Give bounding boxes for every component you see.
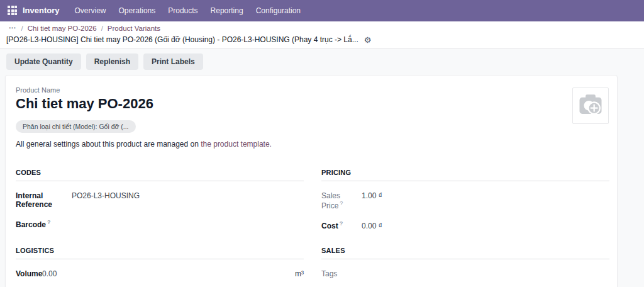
breadcrumb: ⋯ / Chi tiet may PO-2026 / Product Varia… (9, 25, 636, 32)
volume-unit: m³ (295, 269, 304, 278)
control-panel: ⋯ / Chi tiet may PO-2026 / Product Varia… (0, 21, 644, 49)
product-image-upload[interactable] (572, 87, 609, 124)
field-label: Internal Reference (16, 191, 72, 209)
breadcrumb-separator: / (21, 25, 23, 32)
product-template-link[interactable]: the product template. (201, 140, 272, 149)
variant-tag-badge: Phân loại chi tiết (Model): Gối đỡ (... (16, 120, 136, 133)
nav-item-products[interactable]: Products (162, 1, 204, 21)
field-label: Tags (321, 269, 397, 278)
field-internal-reference: Internal Reference PO26-L3-HOUSING (16, 191, 304, 209)
cost-value[interactable]: 0.00 ₫ (362, 222, 609, 230)
field-label: Sales Price? (321, 191, 362, 210)
section-logistics-title: LOGISTICS (16, 247, 304, 259)
replenish-button[interactable]: Replenish (86, 53, 138, 70)
section-pricing-title: PRICING (321, 169, 609, 181)
section-codes-title: CODES (16, 169, 304, 181)
section-pricing: PRICING Sales Price? 1.00 ₫ Cost? 0.00 ₫ (321, 169, 609, 230)
help-icon: ? (47, 219, 51, 225)
sheet-header: Product Name Chi tiet may PO-2026 Phân l… (16, 86, 609, 149)
volume-value[interactable]: 0.00 (42, 269, 295, 278)
section-logistics: LOGISTICS Volume 0.00 m³ Weight 3.20 kg (16, 247, 304, 287)
section-sales-title: SALES (321, 247, 609, 259)
field-barcode: Barcode? (16, 219, 304, 229)
template-note-text: All general settings about this product … (16, 140, 201, 149)
template-note: All general settings about this product … (16, 140, 272, 149)
app-name[interactable]: Inventory (23, 6, 60, 15)
field-label: Cost? (321, 220, 362, 230)
nav-item-reporting[interactable]: Reporting (204, 1, 250, 21)
section-codes: CODES Internal Reference PO26-L3-HOUSING… (16, 169, 304, 230)
product-name-label: Product Name (16, 86, 272, 94)
help-icon: ? (340, 200, 343, 206)
field-label: Volume (16, 269, 42, 278)
help-icon: ? (340, 220, 343, 227)
gear-icon[interactable]: ⚙ (364, 36, 372, 44)
sales-price-value[interactable]: 1.00 ₫ (362, 191, 609, 200)
record-title: [PO26-L3-HOUSING] Chi tiet may PO-2026 (… (6, 35, 358, 44)
field-volume: Volume 0.00 m³ (16, 269, 304, 278)
field-label: Barcode? (16, 219, 72, 229)
page-title[interactable]: Chi tiet may PO-2026 (16, 96, 272, 112)
field-tags: Tags (321, 269, 609, 278)
nav-item-overview[interactable]: Overview (69, 1, 113, 21)
action-button-row: Update Quantity Replenish Print Labels (6, 53, 644, 70)
section-sales: SALES Tags Variant Tags (321, 247, 609, 287)
content-area: Update Quantity Replenish Print Labels P… (0, 49, 644, 287)
nav-item-operations[interactable]: Operations (113, 1, 162, 21)
apps-grid-icon[interactable] (8, 6, 17, 15)
field-cost: Cost? 0.00 ₫ (321, 220, 609, 230)
top-navbar: Inventory Overview Operations Products R… (0, 0, 644, 21)
camera-plus-icon (577, 91, 604, 120)
internal-reference-value[interactable]: PO26-L3-HOUSING (72, 191, 304, 200)
form-sheet: Product Name Chi tiet may PO-2026 Phân l… (5, 75, 618, 287)
nav-item-configuration[interactable]: Configuration (250, 1, 307, 21)
print-labels-button[interactable]: Print Labels (143, 53, 203, 70)
breadcrumb-separator: / (101, 25, 103, 32)
breadcrumb-link-variants[interactable]: Product Variants (108, 25, 160, 32)
update-quantity-button[interactable]: Update Quantity (6, 53, 81, 70)
breadcrumb-link-product[interactable]: Chi tiet may PO-2026 (28, 25, 97, 32)
field-sales-price: Sales Price? 1.00 ₫ (321, 191, 609, 210)
breadcrumb-ellipsis[interactable]: ⋯ (9, 25, 17, 32)
product-name-block: Product Name Chi tiet may PO-2026 Phân l… (16, 86, 272, 149)
